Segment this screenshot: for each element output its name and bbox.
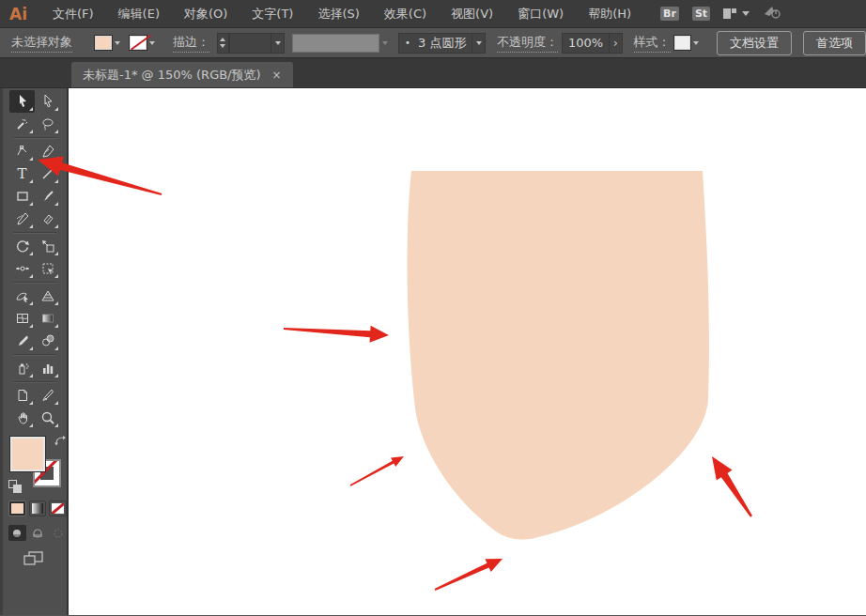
menu-edit[interactable]: 编辑(E) (106, 0, 172, 28)
paintbrush-tool[interactable] (35, 185, 60, 208)
direct-selection-tool[interactable] (35, 90, 60, 113)
none-mode-button[interactable] (49, 500, 67, 516)
fill-chevron-icon[interactable] (112, 35, 123, 52)
paint-mode-row (8, 500, 67, 516)
magic-wand-tool[interactable] (9, 113, 35, 135)
document-setup-button[interactable]: 文档设置 (717, 31, 792, 55)
fill-color-swatch[interactable] (95, 36, 112, 50)
menu-window[interactable]: 窗口(W) (505, 0, 576, 28)
menu-effect[interactable]: 效果(C) (372, 0, 439, 28)
swap-fill-stroke-icon[interactable] (54, 435, 67, 449)
menu-type[interactable]: 文字(T) (240, 0, 305, 28)
bridge-icon[interactable]: Br (660, 7, 679, 21)
preferences-button[interactable]: 首选项 (803, 31, 866, 55)
color-mode-button[interactable] (8, 500, 26, 516)
stroke-weight-label[interactable]: 描边： (173, 34, 209, 53)
artboard-tool[interactable] (9, 384, 35, 407)
control-bar: 未选择对象 描边： • 3 点圆形 不透明度： 100% › 样式： 文档设置 … (0, 28, 866, 58)
draw-normal-button[interactable] (8, 525, 26, 541)
workspace-switcher-icon (723, 8, 736, 19)
eyedropper-tool[interactable] (9, 330, 35, 352)
menu-help[interactable]: 帮助(H) (576, 0, 643, 28)
type-tool[interactable]: T (9, 162, 35, 185)
chevron-down-icon (742, 11, 750, 16)
menu-object[interactable]: 对象(O) (172, 0, 240, 28)
zoom-tool[interactable] (35, 407, 60, 429)
stock-icon[interactable]: St (692, 7, 710, 21)
menu-bar: Ai 文件(F) 编辑(E) 对象(O) 文字(T) 选择(S) 效果(C) 视… (0, 0, 866, 28)
eraser-tool[interactable] (35, 208, 60, 230)
draw-behind-button[interactable] (29, 525, 47, 541)
sync-power-icon[interactable] (763, 5, 781, 23)
mesh-tool[interactable] (9, 307, 35, 330)
brush-preview-dot: • (405, 38, 410, 48)
menu-select[interactable]: 选择(S) (305, 0, 371, 28)
draw-inside-button[interactable] (49, 525, 67, 541)
stroke-color-swatch[interactable] (130, 36, 147, 50)
pen-tool[interactable] (9, 140, 35, 162)
document-tab-title: 未标题-1* @ 150% (RGB/预览) (83, 67, 261, 84)
rotate-tool[interactable] (9, 235, 35, 257)
shape-builder-tool[interactable] (9, 285, 35, 307)
brush-name: 3 点圆形 (418, 35, 466, 52)
gradient-tool[interactable] (35, 307, 60, 330)
brush-dropdown[interactable]: • 3 点圆形 (398, 33, 472, 54)
stroke-weight-field[interactable] (229, 33, 272, 54)
document-tab[interactable]: 未标题-1* @ 150% (RGB/预览) × (71, 62, 293, 87)
rectangle-tool[interactable] (9, 185, 35, 208)
fill-stroke-indicator (7, 435, 69, 493)
tools-panel: T (0, 88, 69, 615)
document-tab-bar: 未标题-1* @ 150% (RGB/预览) × (0, 58, 866, 88)
default-fill-stroke-icon[interactable] (8, 480, 22, 493)
tab-close-icon[interactable]: × (272, 69, 282, 82)
blend-tool[interactable] (35, 330, 60, 352)
hand-tool[interactable] (9, 407, 35, 429)
illustrator-window: Ai 文件(F) 编辑(E) 对象(O) 文字(T) 选择(S) 效果(C) 视… (0, 0, 866, 616)
menu-view[interactable]: 视图(V) (439, 0, 505, 28)
drawing-modes-row (8, 525, 67, 541)
style-swatch[interactable] (674, 36, 691, 50)
screen-mode-button[interactable] (23, 550, 67, 570)
scale-tool[interactable] (35, 235, 60, 257)
symbol-sprayer-tool[interactable] (9, 357, 35, 379)
profile-chevron-icon[interactable] (379, 35, 391, 52)
brush-pen-tool[interactable] (35, 140, 60, 162)
stroke-weight-stepper[interactable] (217, 33, 229, 54)
opacity-field[interactable]: 100% (562, 33, 610, 54)
opacity-label[interactable]: 不透明度： (497, 34, 558, 53)
perspective-grid-tool[interactable] (35, 285, 60, 307)
width-tool[interactable] (9, 257, 35, 280)
lasso-tool[interactable] (35, 113, 60, 135)
selection-tool[interactable] (9, 90, 35, 113)
selection-status: 未选择对象 (11, 34, 72, 53)
opacity-expand-icon[interactable]: › (610, 33, 622, 54)
style-chevron-icon[interactable] (690, 35, 702, 52)
style-label[interactable]: 样式： (634, 34, 671, 53)
fill-proxy-swatch[interactable] (10, 437, 45, 471)
stroke-weight-chevron-icon[interactable] (271, 33, 284, 54)
app-logo: Ai (0, 5, 40, 23)
width-profile-dropdown[interactable] (292, 34, 380, 53)
free-transform-tool[interactable] (35, 257, 60, 280)
gradient-mode-button[interactable] (29, 500, 47, 516)
menu-file[interactable]: 文件(F) (40, 0, 106, 28)
pencil-tool[interactable] (9, 208, 35, 230)
workspace-switcher[interactable] (723, 8, 750, 19)
slice-tool[interactable] (35, 384, 60, 407)
brush-chevron-icon[interactable] (472, 33, 485, 54)
column-graph-tool[interactable] (35, 357, 60, 379)
line-segment-tool[interactable] (35, 162, 60, 185)
